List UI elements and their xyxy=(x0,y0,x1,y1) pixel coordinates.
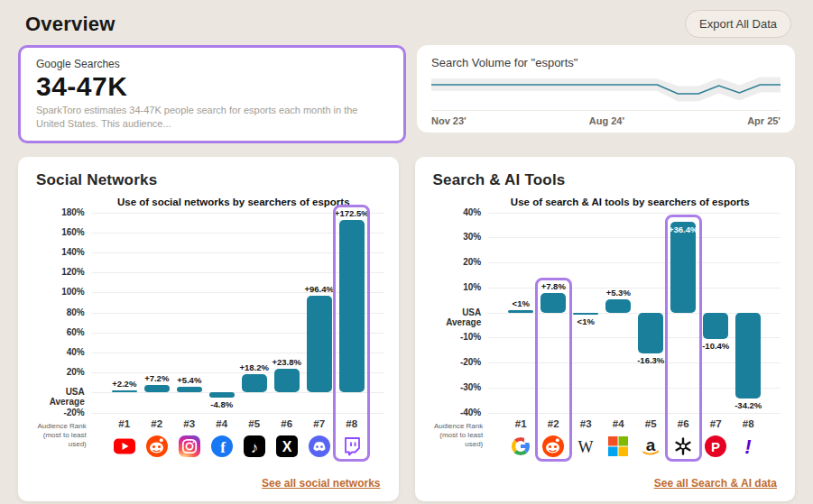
overview-page: { "colors": { "page_bg": "#ebe7e0", "car… xyxy=(0,0,813,504)
svg-text:P: P xyxy=(711,439,720,454)
bar-label-amazon: -16.3% xyxy=(625,355,676,365)
svg-text:X: X xyxy=(282,439,291,454)
page-header: Overview Export All Data xyxy=(0,0,813,43)
y-axis-tick: 100% xyxy=(32,287,85,297)
rank-label-twitch: #8 xyxy=(334,418,370,429)
amazon-icon: a xyxy=(639,435,662,458)
bar-tiktok[interactable] xyxy=(242,374,267,392)
social-chart-title: Use of social networks by searchers of e… xyxy=(32,197,384,207)
rank-label-discord: #7 xyxy=(301,418,337,429)
search-ai-tools-card: Search & AI Tools Use of search & AI too… xyxy=(415,157,796,501)
rank-label-reddit: #2 xyxy=(535,418,571,429)
y-axis-tick: 40% xyxy=(429,207,481,217)
gridline xyxy=(488,213,781,214)
gridline xyxy=(92,392,384,393)
social-networks-heading: Social Networks xyxy=(18,157,399,197)
y-axis-tick: 160% xyxy=(32,227,85,237)
y-axis-tick: -40% xyxy=(429,408,481,417)
rank-label-reddit: #2 xyxy=(139,418,175,429)
rank-label-yahoo: #8 xyxy=(730,418,766,429)
bar-reddit[interactable] xyxy=(540,293,566,313)
bar-instagram[interactable] xyxy=(177,387,202,392)
pinterest-icon: P xyxy=(704,435,727,458)
rank-label-google: #1 xyxy=(503,418,539,429)
search-ai-tools-chart: 40%30%20%10%USA Average-10%-20%-30%-40%<… xyxy=(429,213,781,467)
rank-label-bing: #4 xyxy=(600,418,636,429)
rank-label-tiktok: #5 xyxy=(236,418,273,429)
rank-label-x: #6 xyxy=(269,418,305,429)
y-axis-tick: -20% xyxy=(429,357,481,367)
bar-label-discord: +96.4% xyxy=(294,284,345,294)
reddit-icon xyxy=(541,435,565,458)
x-tick-apr-25: Apr 25' xyxy=(747,115,781,126)
see-all-social-networks-link[interactable]: See all social networks xyxy=(262,477,380,490)
bar-label-bing: +5.3% xyxy=(593,288,643,298)
discord-icon xyxy=(308,435,331,458)
y-axis-tick: -10% xyxy=(429,332,481,342)
audience-rank-axis-label: Audience Rank(most to least used) xyxy=(32,422,87,450)
bar-google[interactable] xyxy=(508,310,533,312)
reddit-icon xyxy=(145,435,169,458)
bar-label-twitch: +172.5% xyxy=(327,208,377,218)
rank-label-facebook: #4 xyxy=(204,418,240,429)
y-axis-tick: USA Average xyxy=(32,387,85,407)
y-axis-tick: 40% xyxy=(32,347,85,357)
bar-x[interactable] xyxy=(274,369,300,392)
y-axis-tick: 120% xyxy=(32,267,85,277)
bar-yahoo[interactable] xyxy=(735,313,761,399)
bar-label-google: <1% xyxy=(495,298,546,308)
rank-label-wikipedia: #3 xyxy=(568,418,604,429)
bar-label-chatgpt: +36.4% xyxy=(658,225,708,234)
y-axis-tick: 20% xyxy=(32,367,85,377)
rank-label-chatgpt: #6 xyxy=(665,418,701,429)
x-tick-aug-24: Aug 24' xyxy=(589,115,624,126)
y-axis-tick: 140% xyxy=(32,247,85,257)
y-axis-tick: -20% xyxy=(32,408,85,417)
charts-row: Social Networks Use of social networks b… xyxy=(18,157,795,501)
bar-facebook[interactable] xyxy=(209,392,235,397)
google-searches-card: Google Searches 34-47K SparkToro estimat… xyxy=(18,45,406,143)
audience-rank-axis-label: Audience Rank(most to least used) xyxy=(429,422,483,450)
youtube-icon xyxy=(113,435,136,458)
search-volume-title: Search Volume for "esports" xyxy=(431,56,781,69)
y-axis-tick: 80% xyxy=(32,307,85,317)
see-all-search-ai-data-link[interactable]: See all Search & AI data xyxy=(654,477,777,490)
bar-pinterest[interactable] xyxy=(703,313,728,339)
bar-discord[interactable] xyxy=(307,296,332,392)
bar-chatgpt[interactable] xyxy=(670,222,696,313)
bar-reddit[interactable] xyxy=(144,385,170,392)
export-all-data-button[interactable]: Export All Data xyxy=(685,10,791,38)
social-networks-chart: 180%160%140%120%100%80%60%40%20%USA Aver… xyxy=(32,213,384,467)
top-summary-row: Google Searches 34-47K SparkToro estimat… xyxy=(18,45,795,143)
bar-twitch[interactable] xyxy=(339,220,365,393)
svg-text:f: f xyxy=(220,439,226,456)
bar-bing[interactable] xyxy=(605,299,631,313)
bar-amazon[interactable] xyxy=(638,313,663,353)
search-ai-link-row: See all Search & AI data xyxy=(654,474,777,490)
y-axis-tick: 20% xyxy=(429,257,481,267)
bar-label-reddit: +7.8% xyxy=(528,281,578,291)
bar-wikipedia[interactable] xyxy=(573,313,598,315)
google-icon xyxy=(509,435,532,458)
x-tick-nov-23: Nov 23' xyxy=(431,115,467,126)
rank-label-amazon: #5 xyxy=(633,418,669,429)
y-axis-tick: 30% xyxy=(429,232,481,242)
bar-label-x: +23.8% xyxy=(262,357,312,367)
rank-label-instagram: #3 xyxy=(171,418,208,429)
y-axis-tick: 10% xyxy=(429,282,481,292)
bar-label-pinterest: -10.4% xyxy=(690,341,741,351)
search-volume-card: Search Volume for "esports" Nov 23' Aug … xyxy=(417,45,795,133)
tiktok-icon: ♪ xyxy=(243,435,266,458)
search-ai-chart-title: Use of search & AI tools by searchers of… xyxy=(429,197,781,207)
y-axis-tick: 60% xyxy=(32,327,85,337)
bar-label-facebook: -4.8% xyxy=(197,399,247,409)
google-searches-value: 34-47K xyxy=(36,73,388,100)
rank-label-youtube: #1 xyxy=(106,418,143,429)
search-volume-x-axis: Nov 23' Aug 24' Apr 25' xyxy=(431,110,781,126)
wikipedia-icon: W xyxy=(574,435,597,458)
yahoo-icon: ! xyxy=(736,435,760,458)
search-volume-chart xyxy=(431,74,781,110)
svg-text:♪: ♪ xyxy=(251,438,259,455)
y-axis-tick: USA Average xyxy=(429,307,481,327)
bar-label-instagram: +5.4% xyxy=(164,375,215,385)
